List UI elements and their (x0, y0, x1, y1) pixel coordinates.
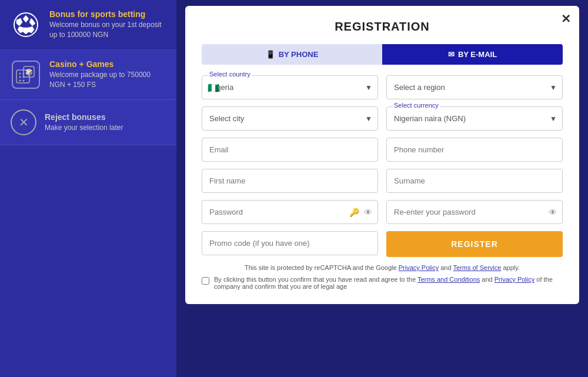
register-button[interactable]: REGISTER (386, 231, 563, 257)
recaptcha-text-start: This site is protected by reCAPTCHA and … (245, 264, 397, 271)
city-select-wrapper: Select city ▼ (202, 106, 378, 131)
repassword-group: 👁 (386, 200, 563, 224)
soccer-ball-icon (11, 9, 41, 40)
terms-of-service-link[interactable]: Terms of Service (453, 264, 501, 271)
svg-marker-1 (23, 15, 29, 22)
modal-overlay: ✕ REGISTRATION 📱 BY PHONE ✉ BY E-MAIL Se… (176, 0, 588, 377)
sidebar-reject-title: Reject bonuses (45, 112, 123, 122)
email-group (202, 138, 378, 162)
country-group: Select country 🇳🇬 Nigeria ▼ (202, 75, 378, 99)
svg-marker-2 (29, 18, 35, 26)
tab-by-email[interactable]: ✉ BY E-MAIL (382, 44, 563, 65)
repassword-input[interactable] (386, 200, 563, 224)
svg-point-14 (23, 80, 25, 82)
region-select-wrapper: Select a region ▼ (386, 75, 563, 99)
city-select[interactable]: Select city (202, 106, 378, 131)
sidebar-bonus-sports-text: Bonus for sports betting Welcome bonus o… (49, 9, 166, 40)
sidebar-reject-text: Reject bonuses Make your selection later (45, 112, 123, 133)
password-group: 🔑 👁 (202, 200, 378, 224)
recaptcha-and: and (440, 264, 451, 271)
phone-group (386, 138, 563, 162)
currency-select[interactable]: Nigerian naira (NGN) (386, 106, 563, 131)
country-label: Select country (208, 71, 252, 78)
country-select-wrapper: 🇳🇬 Nigeria ▼ (202, 75, 378, 99)
repassword-input-wrapper: 👁 (386, 200, 563, 224)
tab-by-email-label: BY E-MAIL (458, 50, 497, 59)
surname-input[interactable] (386, 169, 563, 193)
surname-group (386, 169, 563, 193)
svg-point-9 (19, 73, 21, 75)
svg-marker-6 (16, 18, 22, 26)
tab-by-phone-label: BY PHONE (279, 50, 319, 59)
password-icons: 🔑 👁 (349, 208, 372, 217)
terms-row: By clicking this button you confirm that… (202, 276, 563, 290)
registration-tabs: 📱 BY PHONE ✉ BY E-MAIL (202, 44, 563, 65)
terms-privacy-link[interactable]: Privacy Policy (495, 276, 534, 283)
terms-checkbox[interactable] (202, 277, 209, 285)
form-row-country-region: Select country 🇳🇬 Nigeria ▼ Select a reg… (202, 75, 563, 99)
repassword-eye-icon[interactable]: 👁 (549, 208, 557, 217)
sidebar-reject-desc: Make your selection later (45, 123, 123, 133)
form-row-promo-register: REGISTER (202, 231, 563, 257)
sidebar-bonus-sports-title: Bonus for sports betting (49, 9, 166, 19)
recaptcha-notice: This site is protected by reCAPTCHA and … (202, 264, 563, 271)
sidebar-bottom (0, 145, 176, 377)
terms-text: By clicking this button you confirm that… (214, 276, 563, 290)
svg-marker-5 (18, 26, 24, 33)
sidebar-casino-desc: Welcome package up to 750000 NGN + 150 F… (49, 70, 166, 90)
promo-group (202, 231, 378, 257)
form-row-name (202, 169, 563, 193)
email-input[interactable] (202, 138, 378, 162)
password-input-wrapper: 🔑 👁 (202, 200, 378, 224)
firstname-input[interactable] (202, 169, 378, 193)
sidebar-casino-title: Casino + Games (49, 59, 166, 69)
key-icon: 🔑 (349, 208, 359, 217)
svg-marker-4 (23, 28, 29, 34)
firstname-group (202, 169, 378, 193)
email-tab-icon: ✉ (448, 50, 455, 59)
sidebar-bonus-sports-desc: Welcome bonus on your 1st deposit up to … (49, 20, 166, 40)
form-row-city-currency: Select city ▼ Select currency Nigerian n… (202, 106, 563, 131)
register-group: REGISTER (386, 231, 563, 257)
form-row-email-phone (202, 138, 563, 162)
city-group: Select city ▼ (202, 106, 378, 131)
form-row-password: 🔑 👁 👁 (202, 200, 563, 224)
promo-input[interactable] (202, 231, 378, 255)
registration-modal: ✕ REGISTRATION 📱 BY PHONE ✉ BY E-MAIL Se… (185, 6, 579, 304)
repassword-icons: 👁 (549, 208, 557, 217)
sidebar-item-reject-bonuses[interactable]: ✕ Reject bonuses Make your selection lat… (0, 100, 176, 145)
currency-select-wrapper: Nigerian naira (NGN) ▼ (386, 106, 563, 131)
modal-title: REGISTRATION (202, 20, 563, 34)
svg-point-13 (19, 80, 21, 82)
tab-by-phone[interactable]: 📱 BY PHONE (202, 44, 382, 65)
phone-tab-icon: 📱 (266, 50, 275, 59)
privacy-policy-link[interactable]: Privacy Policy (399, 264, 439, 271)
terms-conditions-link[interactable]: Terms and Conditions (417, 276, 480, 283)
phone-input[interactable] (386, 138, 563, 162)
svg-point-7 (24, 22, 28, 27)
nigeria-flag-icon: 🇳🇬 (208, 82, 219, 93)
sidebar-item-bonus-sports[interactable]: Bonus for sports betting Welcome bonus o… (0, 0, 176, 50)
country-select[interactable]: Nigeria (202, 75, 378, 99)
modal-close-button[interactable]: ✕ (561, 12, 571, 26)
eye-slash-icon[interactable]: 👁 (364, 208, 372, 217)
region-group: Select a region ▼ (386, 75, 563, 99)
sidebar-casino-text: Casino + Games Welcome package up to 750… (49, 59, 166, 90)
sidebar-item-casino-games[interactable]: 🎲 Casino + Games Welcome package up to 7… (0, 50, 176, 100)
region-select[interactable]: Select a region (386, 75, 563, 99)
svg-point-11 (19, 76, 21, 78)
x-circle-icon: ✕ (11, 109, 36, 135)
sidebar: Bonus for sports betting Welcome bonus o… (0, 0, 176, 377)
svg-marker-3 (28, 26, 34, 33)
currency-label: Select currency (392, 102, 440, 109)
recaptcha-apply: apply. (503, 264, 520, 271)
svg-text:🎲: 🎲 (25, 68, 33, 76)
currency-group: Select currency Nigerian naira (NGN) ▼ (386, 106, 563, 131)
casino-icon: 🎲 (11, 59, 41, 90)
